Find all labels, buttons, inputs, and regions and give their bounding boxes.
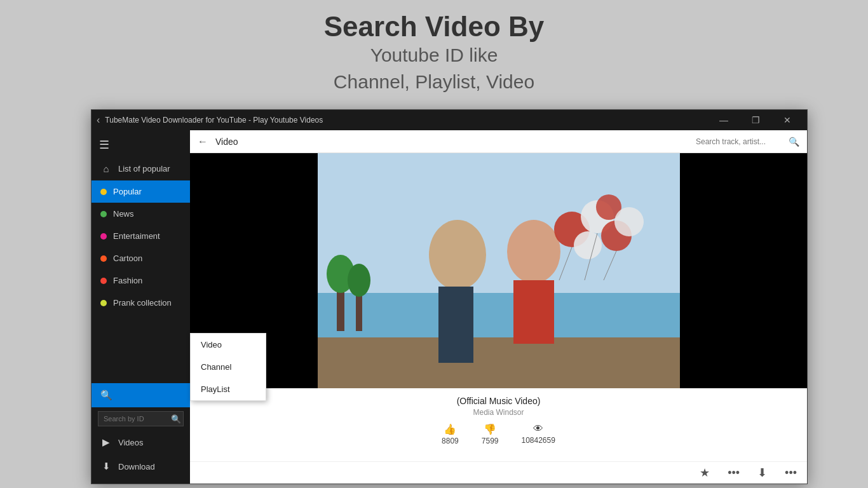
sidebar-item-label: Cartoon xyxy=(113,254,142,263)
video-stats: 👍 8809 👎 7599 👁 10842659 xyxy=(200,423,797,445)
svg-rect-4 xyxy=(438,287,473,363)
download-video-button[interactable]: ⬇ xyxy=(757,466,767,480)
bottom-action-bar: ★ ••• ⬇ ••• xyxy=(190,461,807,484)
news-dot xyxy=(100,211,107,217)
titlebar-title: TubeMate Video Downloader for YouTube - … xyxy=(105,116,709,125)
close-button[interactable]: ✕ xyxy=(773,110,802,130)
sidebar-bottom: 🔍 🔍 ▶ Videos ⬇ Download xyxy=(92,383,190,484)
hamburger-icon[interactable]: ☰ xyxy=(92,133,190,157)
sidebar-item-label: Entertaiment xyxy=(113,231,160,241)
sidebar-item-label: Fashion xyxy=(113,276,142,285)
download-icon: ⬇ xyxy=(100,461,112,472)
sidebar-item-download[interactable]: ⬇ Download xyxy=(92,454,190,478)
popular-dot xyxy=(100,189,107,195)
search-by-id-section: 🔍 xyxy=(92,383,190,407)
sidebar-item-entertainment[interactable]: Entertaiment xyxy=(92,225,190,247)
likes-value: 8809 xyxy=(442,437,459,445)
sidebar-item-videos[interactable]: ▶ Videos xyxy=(92,430,190,454)
video-frame xyxy=(318,153,680,388)
svg-point-10 xyxy=(574,231,602,259)
sidebar-item-popular[interactable]: Popular xyxy=(92,180,190,203)
search-input[interactable] xyxy=(696,137,785,146)
titlebar-back-icon[interactable]: ‹ xyxy=(97,114,100,126)
sidebar-item-cartoon[interactable]: Cartoon xyxy=(92,247,190,269)
sidebar: ☰ ⌂ List of popular Popular News Enterta… xyxy=(92,130,190,484)
svg-rect-6 xyxy=(513,280,554,344)
sidebar-spacer xyxy=(92,314,190,383)
video-info: (Official Music Video) Media Windsor 👍 8… xyxy=(190,388,807,451)
sidebar-item-label: Popular xyxy=(113,187,142,196)
svg-point-19 xyxy=(348,264,370,297)
sidebar-item-list-of-popular[interactable]: ⌂ List of popular xyxy=(92,157,190,180)
dropdown-item-playlist[interactable]: PlayList xyxy=(191,378,266,400)
search-type-dropdown: Video Channel PlayList xyxy=(190,333,266,401)
search-by-id-icon: 🔍 xyxy=(100,390,112,401)
search-by-id-submit[interactable]: 🔍 xyxy=(171,414,181,424)
search-icon[interactable]: 🔍 xyxy=(789,137,799,147)
sidebar-item-news[interactable]: News xyxy=(92,203,190,225)
dislike-icon: 👎 xyxy=(484,423,496,435)
home-icon: ⌂ xyxy=(100,163,112,174)
app-window: ‹ TubeMate Video Downloader for YouTube … xyxy=(91,109,808,484)
prank-dot xyxy=(100,300,107,306)
sidebar-item-label: List of popular xyxy=(118,164,170,173)
content-area: ← Video 🔍 xyxy=(190,130,807,484)
views-icon: 👁 xyxy=(533,423,543,435)
titlebar-controls: — ❐ ✕ xyxy=(709,110,802,130)
views-stat: 👁 10842659 xyxy=(522,423,555,445)
svg-point-5 xyxy=(507,220,560,283)
content-title: Video xyxy=(215,137,696,147)
video-player[interactable] xyxy=(190,153,807,388)
titlebar: ‹ TubeMate Video Downloader for YouTube … xyxy=(92,110,807,130)
more-options-button-1[interactable]: ••• xyxy=(728,466,740,480)
app-body: ☰ ⌂ List of popular Popular News Enterta… xyxy=(92,130,807,484)
content-toolbar: ← Video 🔍 xyxy=(190,130,807,153)
like-icon: 👍 xyxy=(444,423,456,435)
content-back-button[interactable]: ← xyxy=(198,136,208,147)
sidebar-item-fashion[interactable]: Fashion xyxy=(92,269,190,292)
video-section xyxy=(190,153,807,388)
video-title: (Official Music Video) xyxy=(200,396,797,406)
likes-stat: 👍 8809 xyxy=(442,423,459,445)
svg-rect-2 xyxy=(318,337,680,388)
views-value: 10842659 xyxy=(522,436,555,445)
page-header: Search Video By Youtube ID like Channel,… xyxy=(0,0,868,103)
video-channel: Media Windsor xyxy=(200,408,797,417)
dropdown-item-channel[interactable]: Channel xyxy=(191,356,266,378)
header-subtitle: Youtube ID like Channel, Playlist, Video xyxy=(0,42,868,95)
videos-icon: ▶ xyxy=(100,437,112,448)
svg-point-12 xyxy=(614,207,644,236)
entertainment-dot xyxy=(100,233,107,240)
fashion-dot xyxy=(100,278,107,284)
minimize-button[interactable]: — xyxy=(709,110,738,130)
sidebar-item-prank[interactable]: Prank collection xyxy=(92,292,190,314)
cartoon-dot xyxy=(100,255,107,262)
more-options-button-2[interactable]: ••• xyxy=(785,466,797,480)
restore-button[interactable]: ❐ xyxy=(741,110,770,130)
sidebar-item-label: News xyxy=(113,209,134,219)
header-title: Search Video By xyxy=(0,11,868,42)
sidebar-videos-label: Videos xyxy=(118,438,144,447)
svg-point-3 xyxy=(429,220,486,290)
dislikes-stat: 👎 7599 xyxy=(482,423,499,445)
search-by-id-container: 🔍 xyxy=(92,407,190,430)
sidebar-item-label: Prank collection xyxy=(113,298,172,308)
sidebar-download-label: Download xyxy=(118,462,155,471)
favorite-button[interactable]: ★ xyxy=(700,466,710,480)
dislikes-value: 7599 xyxy=(482,437,499,445)
toolbar-search: 🔍 xyxy=(696,137,799,147)
dropdown-item-video[interactable]: Video xyxy=(191,334,266,356)
